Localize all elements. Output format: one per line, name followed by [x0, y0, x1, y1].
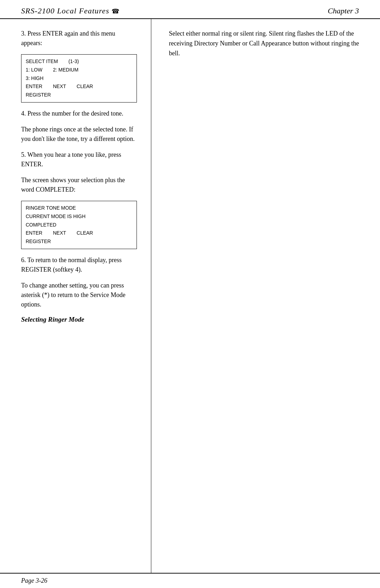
para-1-text: The phone rings once at the selected ton…: [21, 126, 135, 142]
lcd1-row4: ENTER NEXT CLEAR: [26, 82, 132, 91]
lcd2-row5: REGISTER: [26, 237, 132, 246]
header-left-text: SRS-2100 Local Features: [21, 6, 109, 15]
lcd1-row5: REGISTER: [26, 91, 132, 99]
step-5-text: 5. When you hear a tone you like, press …: [21, 151, 121, 168]
lcd1-select-item-value: (1-3): [69, 57, 79, 66]
lcd1-next: NEXT: [53, 82, 66, 91]
step-5: 5. When you hear a tone you like, press …: [21, 150, 137, 169]
para-1: The phone rings once at the selected ton…: [21, 125, 137, 144]
header-title: SRS-2100 Local Features ☎: [21, 6, 120, 16]
lcd2-next: NEXT: [53, 229, 66, 237]
main-content: 3. Press ENTER again and this menu appea…: [0, 19, 380, 573]
step-4: 4. Press the number for the desired tone…: [21, 109, 137, 118]
lcd1-register: REGISTER: [26, 92, 51, 98]
step-3-text: 3. Press ENTER again and this menu appea…: [21, 30, 115, 47]
lcd1-row3: 3: HIGH: [26, 74, 132, 83]
page-number: Page 3-26: [21, 577, 47, 584]
step-4-text: 4. Press the number for the desired tone…: [21, 110, 123, 117]
para-3: To change another setting, you can press…: [21, 281, 137, 309]
lcd2-ringer-tone-mode: RINGER TONE MODE: [26, 205, 76, 211]
lcd2-clear: CLEAR: [77, 229, 93, 237]
para-2-text: The screen shows your selection plus the…: [21, 177, 125, 193]
lcd2-completed: COMPLETED: [26, 222, 56, 228]
lcd1-select-item-label: SELECT ITEM: [26, 57, 58, 66]
lcd2-current-mode: CURRENT MODE IS HIGH: [26, 213, 86, 219]
lcd-display-1: SELECT ITEM (1-3) 1: LOW 2: MEDIUM 3: HI…: [21, 54, 137, 103]
lcd1-row2: 1: LOW 2: MEDIUM: [26, 66, 132, 74]
lcd2-enter: ENTER: [26, 229, 42, 237]
lcd2-row1: RINGER TONE MODE: [26, 204, 132, 212]
right-column: Select either normal ring or silent ring…: [151, 19, 380, 573]
para-3-text: To change another setting, you can press…: [21, 282, 125, 308]
section-heading-ringer-mode: Selecting Ringer Mode: [21, 316, 137, 323]
right-col-para1: Select either normal ring or silent ring…: [169, 29, 366, 58]
header: SRS-2100 Local Features ☎ Chapter 3: [0, 0, 380, 19]
step-6-text: 6. To return to the normal display, pres…: [21, 256, 122, 273]
header-chapter: Chapter 3: [328, 6, 359, 16]
page: SRS-2100 Local Features ☎ Chapter 3 3. P…: [0, 0, 380, 588]
step-6: 6. To return to the normal display, pres…: [21, 255, 137, 274]
lcd2-register: REGISTER: [26, 239, 51, 244]
left-column: 3. Press ENTER again and this menu appea…: [0, 19, 151, 573]
lcd-display-2: RINGER TONE MODE CURRENT MODE IS HIGH CO…: [21, 201, 137, 249]
phone-icon: ☎: [112, 8, 120, 15]
lcd1-enter: ENTER: [26, 82, 42, 91]
lcd1-low: 1: LOW: [26, 66, 42, 74]
para-2: The screen shows your selection plus the…: [21, 175, 137, 194]
lcd2-row4: ENTER NEXT CLEAR: [26, 229, 132, 237]
lcd1-high: 3: HIGH: [26, 75, 44, 81]
step-3: 3. Press ENTER again and this menu appea…: [21, 29, 137, 48]
right-col-para1-text: Select either normal ring or silent ring…: [169, 30, 359, 57]
section-heading-text: Selecting Ringer Mode: [21, 316, 84, 323]
lcd2-row3: COMPLETED: [26, 221, 132, 229]
lcd1-clear: CLEAR: [77, 82, 93, 91]
lcd2-row2: CURRENT MODE IS HIGH: [26, 212, 132, 221]
lcd1-medium: 2: MEDIUM: [53, 66, 78, 74]
footer: Page 3-26: [0, 573, 380, 588]
lcd1-row1: SELECT ITEM (1-3): [26, 57, 132, 66]
